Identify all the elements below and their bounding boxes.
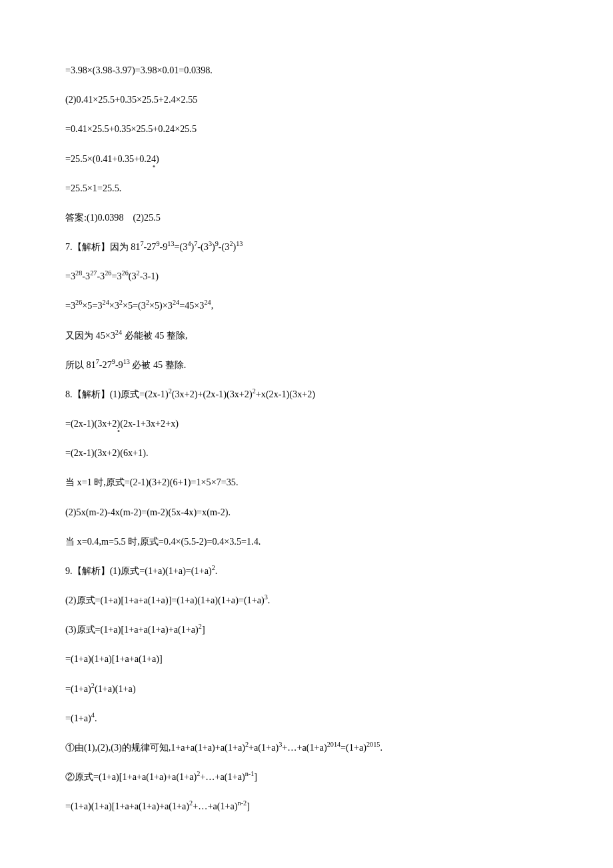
emphasis-dot: 4 (151, 153, 156, 165)
text-fragment: =(1+a) (65, 713, 91, 723)
text-fragment: ×5)×3 (149, 300, 173, 311)
text-line: =(2x-1)(3x+2)(6x+1). (65, 447, 548, 459)
superscript: n-1 (245, 770, 255, 777)
text-fragment: =(1+a) (65, 683, 91, 694)
superscript: 13 (167, 240, 174, 247)
text-fragment: =(1+a)(1+a)[1+a+a(1+a)+a(1+a) (65, 801, 189, 811)
text-fragment: -3-1) (140, 271, 159, 281)
text-fragment: =(3 (175, 241, 188, 252)
text-line: =(2x-1)(3x+2)(2x-1+3x+2+x) (65, 417, 548, 430)
text-fragment: -3 (97, 271, 105, 281)
text-fragment: -9 (160, 241, 168, 252)
text-line: 当 x=0.4,m=5.5 时,原式=0.4×(5.5-2)=0.4×3.5=1… (65, 535, 548, 548)
superscript: 24 (173, 299, 179, 307)
text-fragment: 9.【解析】(1)原式=(1+a)(1+a)=(1+a) (65, 565, 212, 576)
text-line: =(1+a)2(1+a)(1+a) (65, 683, 548, 695)
text-fragment: =45×3 (179, 300, 204, 311)
text-line: (2)5x(m-2)-4x(m-2)=(m-2)(5x-4x)=x(m-2). (65, 506, 548, 519)
text-fragment: -9 (115, 359, 123, 370)
text-fragment: (3 (129, 271, 137, 281)
superscript: n-2 (238, 800, 247, 807)
superscript: 2015 (366, 741, 380, 748)
superscript: 13 (123, 358, 130, 365)
solution-line-7: 7.【解析】因为 817-279-913=(34)7-(33)9-(32)13 (65, 241, 548, 253)
text-fragment: -(3 (197, 241, 209, 252)
text-fragment: (2x-1+3x+2+x) (120, 418, 179, 429)
text-fragment: +…+a(1+a) (282, 742, 326, 753)
text-fragment: ] (202, 624, 205, 635)
text-line: =(1+a)(1+a)[1+a+a(1+a)] (65, 653, 548, 665)
solution-line-9: 9.【解析】(1)原式=(1+a)(1+a)=(1+a)2. (65, 565, 548, 577)
text-line: (2)0.41×25.5+0.35×25.5+2.4×2.55 (65, 93, 548, 106)
text-fragment: ) (156, 153, 159, 164)
text-fragment: =3 (111, 271, 121, 281)
text-fragment: . (380, 742, 382, 753)
text-fragment: ②原式=(1+a)[1+a+a(1+a)+a(1+a) (65, 771, 197, 782)
text-fragment: =(1+a) (340, 742, 366, 753)
text-line: =0.41×25.5+0.35×25.5+0.24×25.5 (65, 123, 548, 135)
text-fragment: +a(1+a) (249, 742, 279, 753)
text-fragment: +…+a(1+a) (193, 801, 237, 811)
text-fragment: -(3 (219, 241, 230, 252)
superscript: 26 (122, 269, 129, 277)
text-fragment: . (268, 595, 271, 605)
text-fragment: , (211, 300, 214, 311)
text-line: ①由(1),(2),(3)的规律可知,1+a+a(1+a)+a(1+a)2+a(… (65, 741, 548, 754)
emphasis-dot: ) (117, 417, 120, 430)
text-fragment: (3x+2)+(2x-1)(3x+2) (172, 389, 253, 399)
text-fragment: ×5=3 (82, 300, 102, 311)
text-fragment: (3)原式=(1+a)[1+a+a(1+a)+a(1+a) (65, 624, 199, 635)
text-fragment: 必被 45 整除. (130, 359, 186, 370)
text-fragment: ] (247, 801, 250, 811)
text-fragment: (1+a)(1+a) (95, 683, 136, 694)
superscript: 27 (90, 269, 97, 277)
text-line: (2)原式=(1+a)[1+a+a(1+a)]=(1+a)(1+a)(1+a)=… (65, 594, 548, 607)
superscript: 26 (105, 269, 111, 277)
text-line: =3.98×(3.98-3.97)=3.98×0.01=0.0398. (65, 64, 548, 77)
superscript: 24 (103, 299, 109, 307)
text-line: =(1+a)(1+a)[1+a+a(1+a)+a(1+a)2+…+a(1+a)n… (65, 800, 548, 813)
superscript: 13 (236, 240, 243, 247)
text-fragment: =25.5×(0.41+0.35+0.2 (65, 153, 151, 164)
text-fragment: +…+a(1+a) (200, 771, 245, 782)
text-fragment: -3 (82, 271, 90, 281)
superscript: 28 (75, 269, 82, 277)
text-line: =25.5×(0.41+0.35+0.24) (65, 153, 548, 165)
text-fragment: +x(2x-1)(3x+2) (256, 389, 315, 399)
text-fragment: ×5=(3 (123, 300, 146, 311)
text-fragment: 8.【解析】(1)原式=(2x-1) (65, 389, 169, 399)
text-fragment: 7.【解析】因为 81 (65, 241, 140, 252)
text-fragment: 又因为 45×3 (65, 330, 115, 341)
text-line: =25.5×1=25.5. (65, 182, 548, 195)
text-fragment: =(2x-1)(3x+2 (65, 418, 117, 429)
answer-line: 答案:(1)0.0398 (2)25.5 (65, 211, 548, 224)
text-fragment: . (95, 713, 97, 723)
text-line: ②原式=(1+a)[1+a+a(1+a)+a(1+a)2+…+a(1+a)n-1… (65, 771, 548, 783)
text-line: (3)原式=(1+a)[1+a+a(1+a)+a(1+a)2] (65, 623, 548, 636)
document-page: =3.98×(3.98-3.97)=3.98×0.01=0.0398. (2)0… (0, 0, 613, 868)
text-line: =328-327-326=326(32-3-1) (65, 270, 548, 283)
text-fragment: 必能被 45 整除, (122, 330, 187, 341)
text-fragment: =3 (65, 300, 75, 311)
text-line: =326×5=324×32×5=(32×5)×324=45×324, (65, 299, 548, 312)
solution-line-8: 8.【解析】(1)原式=(2x-1)2(3x+2)+(2x-1)(3x+2)2+… (65, 388, 548, 401)
text-fragment: (2)原式=(1+a)[1+a+a(1+a)]=(1+a)(1+a)(1+a)=… (65, 595, 265, 605)
text-fragment: -27 (143, 241, 156, 252)
superscript: 26 (75, 299, 82, 307)
text-line: 当 x=1 时,原式=(2-1)(3+2)(6+1)=1×5×7=35. (65, 476, 548, 489)
text-fragment: 所以 81 (65, 359, 96, 370)
superscript: 2014 (327, 741, 340, 748)
text-line: =(1+a)4. (65, 712, 548, 725)
superscript: 24 (204, 299, 211, 307)
text-fragment: ] (254, 771, 257, 782)
text-fragment: ×3 (109, 300, 119, 311)
superscript: 24 (115, 329, 122, 336)
text-fragment: ①由(1),(2),(3)的规律可知,1+a+a(1+a)+a(1+a) (65, 742, 245, 753)
text-fragment: -27 (99, 359, 112, 370)
text-line: 又因为 45×324 必能被 45 整除, (65, 329, 548, 342)
text-line: 所以 817-279-913 必被 45 整除. (65, 359, 548, 371)
text-fragment: . (215, 565, 218, 576)
text-fragment: =3 (65, 271, 75, 281)
